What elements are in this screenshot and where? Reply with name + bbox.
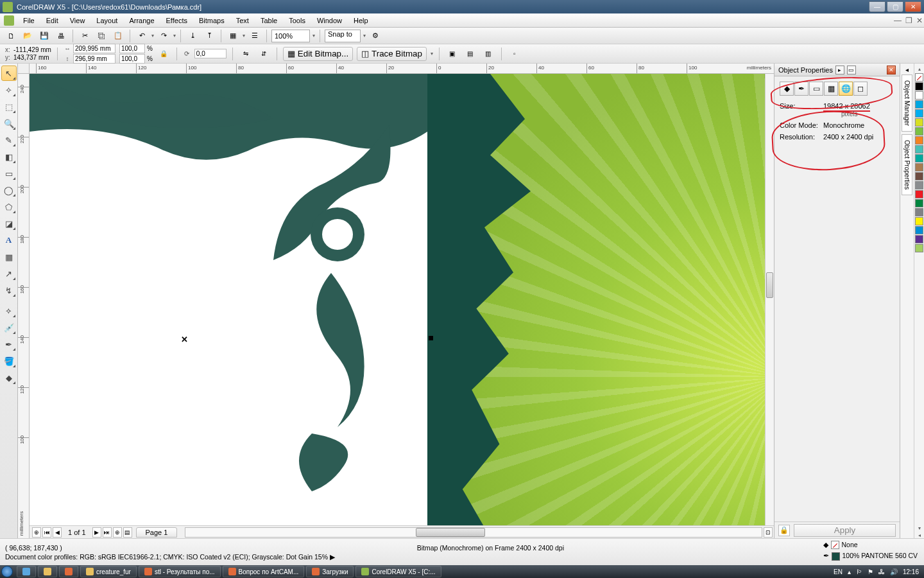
taskbar-pinned-3[interactable] (59, 566, 78, 577)
docker-tabs-toggle-icon[interactable]: ◂ (904, 65, 910, 74)
basic-shapes-tool[interactable]: ◪ (1, 216, 17, 231)
interactive-fill-tool[interactable]: ◆ (1, 370, 17, 385)
first-page-button[interactable]: ⏮ (42, 527, 51, 538)
outline-tool[interactable]: ✒ (1, 337, 17, 352)
vertical-scrollbar[interactable] (765, 74, 774, 525)
maximize-button[interactable]: ▢ (887, 1, 903, 12)
add-page-after-button[interactable]: ⊕ (113, 527, 122, 538)
color-swatch[interactable] (915, 208, 923, 216)
menu-view[interactable]: View (65, 15, 90, 26)
redo-button[interactable]: ↷ (157, 29, 171, 43)
canvas[interactable]: ✕ (30, 74, 774, 525)
page-sorter-button[interactable]: ▤ (123, 527, 132, 538)
detail-tab[interactable]: ▦ (824, 82, 838, 96)
selection-handle[interactable] (429, 336, 433, 340)
menu-table[interactable]: Table (255, 15, 282, 26)
cut-button[interactable]: ✂ (78, 29, 92, 43)
scale-x-input[interactable] (119, 44, 145, 53)
color-swatch[interactable] (915, 109, 923, 118)
color-swatch[interactable] (915, 217, 923, 225)
blend-tool[interactable]: ⟡ (1, 303, 17, 319)
palette-flyout-icon[interactable]: ◂ (918, 532, 921, 538)
dimension-tool[interactable]: ↗ (1, 266, 17, 281)
tray-clock[interactable]: 12:16 (903, 568, 919, 575)
start-button[interactable] (1, 566, 13, 577)
shape-tool[interactable]: ✧ (1, 82, 17, 98)
new-button[interactable]: 🗋 (4, 29, 18, 43)
outline-tab[interactable]: ✒ (794, 82, 809, 96)
tray-volume-icon[interactable]: 🔊 (890, 568, 898, 575)
drawing-window[interactable]: millimeters 1601401201008060402002040608… (18, 64, 774, 538)
nav-out-button[interactable]: ⊡ (764, 527, 773, 538)
color-swatch[interactable] (915, 91, 923, 100)
next-page-button[interactable]: ▶ (92, 527, 101, 538)
color-swatch[interactable] (915, 136, 923, 144)
app-menu-icon[interactable] (4, 15, 14, 26)
zoom-tool[interactable]: 🔍 (1, 116, 17, 131)
menu-effects[interactable]: Effects (161, 15, 193, 26)
last-page-button[interactable]: ⏭ (103, 527, 112, 538)
taskbar-item-1[interactable]: creature_fur (80, 566, 137, 577)
text-tool[interactable]: A (1, 232, 17, 248)
minimize-button[interactable]: — (869, 1, 886, 12)
copy-button[interactable]: ⿻ (94, 29, 108, 43)
mdi-minimize-icon[interactable]: — (894, 16, 902, 25)
scale-y-input[interactable] (119, 54, 145, 64)
menu-text[interactable]: Text (231, 15, 254, 26)
taskbar-item-5[interactable]: CorelDRAW X5 - [C:... (355, 566, 441, 577)
taskbar-item-4[interactable]: Загрузки (306, 566, 354, 577)
menu-layout[interactable]: Layout (91, 15, 123, 26)
redo-dropdown-icon[interactable]: ▾ (173, 33, 176, 39)
freehand-tool[interactable]: ✎ (1, 132, 17, 148)
table-tool[interactable]: ▦ (1, 249, 17, 265)
menu-tools[interactable]: Tools (284, 15, 311, 26)
color-swatch[interactable] (915, 244, 923, 252)
ruler-origin[interactable] (18, 64, 30, 74)
rotation-input[interactable] (194, 49, 227, 58)
docker-close-button[interactable]: ✕ (887, 66, 896, 74)
docker-expand-button[interactable]: ▸ (835, 66, 844, 74)
menu-arrange[interactable]: Arrange (124, 15, 159, 26)
color-swatch[interactable] (915, 235, 923, 243)
width-input[interactable] (73, 44, 116, 53)
mirror-v-button[interactable]: ⇵ (257, 47, 271, 61)
color-swatch[interactable] (915, 127, 923, 136)
tray-flag-icon[interactable]: 🏳 (856, 568, 862, 575)
wrap-text-button[interactable]: ▥ (481, 47, 495, 61)
fill-tool[interactable]: 🪣 (1, 353, 17, 369)
outline-swatch-icon[interactable]: ✒ (823, 552, 829, 559)
undo-button[interactable]: ↶ (135, 29, 149, 43)
app-launcher-button[interactable]: ▦ (226, 29, 240, 43)
prev-page-button[interactable]: ◀ (53, 527, 62, 538)
eyedropper-tool[interactable]: 💉 (1, 320, 17, 335)
palette-down-icon[interactable]: ▾ (917, 524, 922, 532)
tray-action-icon[interactable]: ⚑ (868, 568, 873, 575)
bitmap-options-button[interactable]: ▫ (508, 47, 522, 61)
color-swatch[interactable] (915, 154, 923, 162)
apply-button[interactable]: Apply (794, 524, 896, 537)
trace-bitmap-button[interactable]: ◫Trace Bitmap (357, 47, 427, 61)
color-swatch[interactable] (915, 226, 923, 234)
crop-button[interactable]: ▣ (445, 47, 459, 61)
welcome-button[interactable]: ☰ (248, 29, 262, 43)
export-button[interactable]: ⤒ (202, 29, 216, 43)
vertical-ruler[interactable]: millimeters 240220200180160140120100 (18, 74, 30, 538)
menu-help[interactable]: Help (348, 15, 373, 26)
close-button[interactable]: ✕ (905, 1, 921, 12)
resample-button[interactable]: ▤ (463, 47, 477, 61)
paste-button[interactable]: 📋 (111, 29, 125, 43)
tab-object-properties[interactable]: Object Properties (902, 134, 912, 195)
crop-tool[interactable]: ⬚ (1, 99, 17, 114)
undo-dropdown-icon[interactable]: ▾ (151, 33, 154, 39)
options-button[interactable]: ⚙ (368, 29, 382, 43)
connector-tool[interactable]: ↯ (1, 283, 17, 298)
color-swatch[interactable] (915, 100, 923, 109)
ellipse-tool[interactable]: ◯ (1, 182, 17, 198)
tray-lang[interactable]: EN (834, 568, 843, 575)
horizontal-ruler[interactable]: millimeters 1601401201008060402002040608… (30, 64, 774, 74)
height-input[interactable] (73, 54, 116, 64)
palette-up-icon[interactable]: ▴ (917, 65, 922, 73)
page-tab-1[interactable]: Page 1 (136, 527, 178, 538)
mirror-h-button[interactable]: ⇋ (239, 47, 253, 61)
pick-tool[interactable]: ↖ (1, 66, 17, 81)
